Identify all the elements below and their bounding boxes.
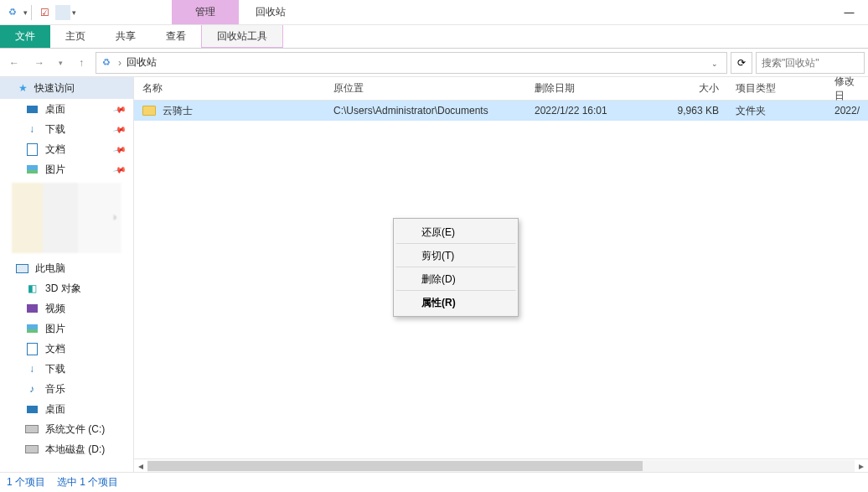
quick-access-toolbar: ▾ ☑ ▾ (0, 0, 80, 24)
tab-file[interactable]: 文件 (0, 25, 50, 48)
back-arrow-icon: ← (9, 57, 19, 69)
qat-dropdown-icon[interactable]: ▾ (23, 8, 28, 17)
sidebar-quick-access[interactable]: ★ 快速访问 (0, 77, 133, 99)
sidebar-item-label: 系统文件 (C:) (45, 422, 105, 437)
breadcrumb-segment[interactable]: 回收站 (127, 55, 157, 70)
sidebar-item-label: 文档 (45, 142, 65, 157)
recycle-icon (100, 56, 113, 70)
row-date-modified: 2022/ (826, 105, 868, 117)
file-list: 名称 原位置 删除日期 大小 项目类型 修改日 云骑士C:\Users\Admi… (134, 77, 868, 472)
ribbon-contextual-group: 管理 (172, 0, 239, 24)
sidebar-item-label: 文档 (45, 342, 65, 356)
pin-icon: 📌 (113, 122, 127, 136)
scroll-thumb[interactable] (147, 461, 643, 471)
col-name[interactable]: 名称 (134, 81, 325, 96)
horizontal-scrollbar[interactable]: ◂ ▸ (134, 458, 868, 472)
chevron-right-icon: › (113, 211, 116, 223)
sidebar-item-doc[interactable]: 文档📌 (0, 139, 133, 159)
refresh-button[interactable]: ⟳ (731, 52, 752, 74)
col-size[interactable]: 大小 (657, 81, 727, 96)
scroll-left-button[interactable]: ◂ (134, 460, 147, 472)
context-menu-item[interactable]: 剪切(T) (395, 244, 516, 267)
minimize-icon: — (845, 7, 855, 18)
up-arrow-icon: ↑ (79, 57, 84, 69)
nav-forward-button[interactable]: → (28, 52, 50, 74)
cube-icon (25, 282, 39, 295)
address-bar[interactable]: › 回收站 ⌄ (96, 52, 727, 74)
music-icon (25, 382, 39, 396)
sidebar-item-label: 图片 (45, 163, 65, 177)
sidebar-item-pic[interactable]: 图片📌 (0, 159, 133, 179)
window-title: 回收站 (239, 0, 830, 24)
download-icon (25, 362, 39, 375)
sidebar-item-download[interactable]: 下载📌 (0, 119, 133, 139)
pic-icon (25, 163, 39, 176)
address-dropdown-button[interactable]: ⌄ (706, 57, 723, 69)
search-input[interactable] (762, 57, 859, 69)
row-date-deleted: 2022/1/22 16:01 (526, 105, 657, 117)
context-menu: 还原(E)剪切(T)删除(D)属性(R) (393, 218, 519, 317)
desktop-icon (25, 402, 39, 416)
tab-recycle-tools[interactable]: 回收站工具 (201, 25, 283, 48)
sidebar-item-label: 图片 (45, 322, 65, 336)
context-menu-item[interactable]: 删除(D) (395, 267, 516, 291)
qat-app-icon[interactable] (3, 3, 22, 22)
sidebar-item-label: 本地磁盘 (D:) (45, 443, 105, 457)
download-icon (25, 122, 39, 136)
tab-home[interactable]: 主页 (50, 25, 101, 48)
sidebar-group-label: 快速访问 (34, 81, 75, 96)
scroll-track[interactable] (147, 460, 855, 472)
pin-icon: 📌 (113, 142, 127, 156)
table-row[interactable]: 云骑士C:\Users\Administrator\Documents2022/… (134, 101, 868, 121)
sidebar-item-桌面[interactable]: 桌面 (0, 399, 133, 419)
sidebar-item-系统文件 (C:)[interactable]: 系统文件 (C:) (0, 419, 133, 439)
sidebar-item-视频[interactable]: 视频 (0, 298, 133, 319)
col-date-deleted[interactable]: 删除日期 (526, 81, 657, 96)
doc-icon (25, 142, 39, 156)
row-original-location: C:\Users\Administrator\Documents (325, 105, 526, 117)
chevron-down-icon: ▾ (59, 59, 63, 67)
status-item-count: 1 个项目 (7, 475, 45, 489)
sidebar-item-label: 视频 (45, 302, 65, 316)
scroll-right-button[interactable]: ▸ (855, 460, 868, 472)
sidebar-item-图片[interactable]: 图片 (0, 319, 133, 339)
refresh-icon: ⟳ (737, 57, 746, 69)
pin-icon: 📌 (113, 163, 127, 176)
qat-dropdown-2-icon[interactable]: ▾ (72, 8, 76, 17)
col-item-type[interactable]: 项目类型 (727, 81, 826, 96)
sidebar-item-label: 此电脑 (35, 262, 65, 276)
body: ★ 快速访问 桌面📌下载📌文档📌图片📌 › 此电脑 3D 对象视频图片文档下载音… (0, 77, 868, 472)
search-box[interactable] (756, 52, 865, 74)
col-original-location[interactable]: 原位置 (325, 81, 526, 96)
tab-share[interactable]: 共享 (101, 25, 151, 48)
minimize-button[interactable]: — (830, 0, 868, 24)
list-body[interactable]: 云骑士C:\Users\Administrator\Documents2022/… (134, 101, 868, 458)
qat-properties-button[interactable]: ☑ (35, 3, 54, 22)
status-selected-count: 选中 1 个项目 (57, 475, 118, 489)
recycle-icon (6, 6, 19, 19)
sidebar-item-desktop[interactable]: 桌面📌 (0, 99, 133, 119)
nav-back-button[interactable]: ← (3, 52, 25, 74)
row-name: 云骑士 (163, 104, 193, 118)
context-menu-item[interactable]: 还原(E) (395, 220, 516, 244)
drive-icon (25, 443, 39, 456)
sidebar-item-label: 桌面 (45, 102, 65, 117)
breadcrumb-separator[interactable]: › (118, 57, 121, 69)
qat-new-button[interactable] (55, 5, 70, 20)
sidebar-this-pc[interactable]: 此电脑 (0, 258, 133, 278)
nav-up-button[interactable]: ↑ (70, 52, 92, 74)
col-date-modified[interactable]: 修改日 (826, 75, 868, 103)
sidebar-item-音乐[interactable]: 音乐 (0, 379, 133, 399)
column-headers: 名称 原位置 删除日期 大小 项目类型 修改日 (134, 77, 868, 101)
context-menu-item[interactable]: 属性(R) (395, 291, 516, 314)
tab-view[interactable]: 查看 (151, 25, 201, 48)
sidebar-item-文档[interactable]: 文档 (0, 339, 133, 359)
sidebar-item-本地磁盘 (D:)[interactable]: 本地磁盘 (D:) (0, 439, 133, 459)
sidebar-item-3D 对象[interactable]: 3D 对象 (0, 278, 133, 298)
pc-icon (15, 262, 28, 275)
sidebar-item-下载[interactable]: 下载 (0, 359, 133, 379)
ribbon-tabs: 文件 主页 共享 查看 回收站工具 (0, 25, 868, 49)
qat-separator (31, 5, 32, 20)
navigation-pane: ★ 快速访问 桌面📌下载📌文档📌图片📌 › 此电脑 3D 对象视频图片文档下载音… (0, 77, 134, 472)
nav-recent-button[interactable]: ▾ (54, 52, 67, 74)
